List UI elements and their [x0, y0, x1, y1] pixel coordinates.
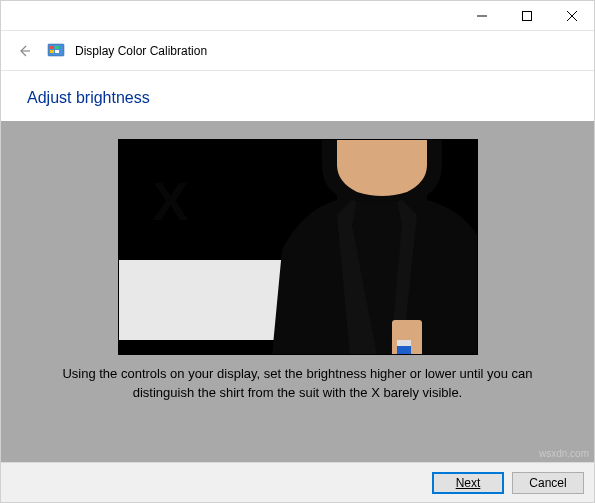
- calibration-image: X: [118, 139, 478, 355]
- svg-rect-6: [50, 46, 54, 49]
- x-marker: X: [153, 170, 185, 232]
- preview-area: X Using the controls on your display, se…: [1, 121, 594, 462]
- svg-rect-9: [55, 50, 59, 53]
- svg-rect-12: [397, 340, 411, 346]
- maximize-button[interactable]: [504, 1, 549, 30]
- svg-rect-8: [50, 50, 54, 53]
- button-bar: Next Cancel: [1, 462, 594, 502]
- close-button[interactable]: [549, 1, 594, 30]
- content-area: Adjust brightness X Using the controls o…: [1, 71, 594, 462]
- close-icon: [567, 11, 577, 21]
- page-title: Adjust brightness: [27, 89, 568, 107]
- person-silhouette: [242, 140, 477, 355]
- back-button[interactable]: [11, 38, 37, 64]
- svg-rect-7: [55, 46, 59, 49]
- svg-rect-1: [522, 11, 531, 20]
- next-button-label: Next: [456, 476, 481, 490]
- maximize-icon: [522, 11, 532, 21]
- wizard-window: Display Color Calibration Adjust brightn…: [0, 0, 595, 503]
- instruction-text: Using the controls on your display, set …: [11, 355, 584, 403]
- watermark: wsxdn.com: [539, 448, 589, 459]
- app-icon: [47, 42, 65, 60]
- back-arrow-icon: [16, 43, 32, 59]
- heading-area: Adjust brightness: [1, 71, 594, 121]
- cancel-button-label: Cancel: [529, 476, 566, 490]
- minimize-icon: [477, 11, 487, 21]
- next-button[interactable]: Next: [432, 472, 504, 494]
- cancel-button[interactable]: Cancel: [512, 472, 584, 494]
- header-bar: Display Color Calibration: [1, 31, 594, 71]
- minimize-button[interactable]: [459, 1, 504, 30]
- app-title: Display Color Calibration: [75, 44, 207, 58]
- window-titlebar: [1, 1, 594, 31]
